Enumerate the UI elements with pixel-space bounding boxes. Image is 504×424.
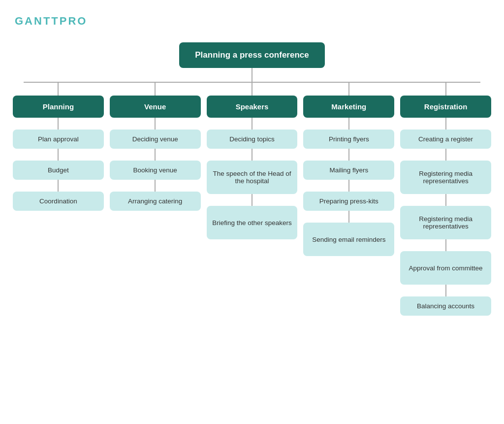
l2-approval-committee: Approval from committee: [400, 251, 491, 285]
v-conn-v1: [155, 118, 156, 130]
v-conn-r1: [445, 118, 446, 130]
l2-coordination: Coordination: [13, 192, 104, 211]
v-conn-m4: [348, 211, 349, 223]
col-drop-3: [207, 82, 298, 96]
v-conn-s3: [252, 194, 252, 206]
col-drop-4: [303, 82, 394, 96]
root-vertical-connector: [252, 68, 252, 82]
l1-header-speakers: Speakers: [207, 96, 298, 118]
col-drop-5: [400, 82, 491, 96]
v-conn-m2: [348, 149, 349, 161]
l2-arranging-catering: Arranging catering: [110, 192, 201, 211]
v-conn-m1: [348, 118, 349, 130]
col-drop-2: [110, 82, 201, 96]
l2-mailing-flyers: Mailing flyers: [303, 161, 394, 180]
l1-header-marketing: Marketing: [303, 96, 394, 118]
l2-speech-head: The speech of the Head of the hospital: [207, 161, 298, 194]
root-node: Planning a press conference: [179, 42, 324, 68]
columns-row: Planning Plan approval Budget Coordinati…: [10, 96, 494, 316]
l2-budget: Budget: [13, 161, 104, 180]
v-conn-r4: [445, 239, 446, 251]
column-venue: Venue Deciding venue Booking venue Arran…: [110, 96, 201, 211]
chart-container: Planning a press conference Planning Pla…: [10, 42, 494, 316]
v-conn-v3: [155, 180, 156, 192]
column-planning: Planning Plan approval Budget Coordinati…: [13, 96, 104, 211]
col-drop-1: [13, 82, 104, 96]
l2-briefing-speakers: Briefing the other speakers: [207, 206, 298, 239]
v-conn-m3: [348, 180, 349, 192]
column-registration: Registration Creating a register Registe…: [400, 96, 491, 316]
l2-deciding-topics: Deciding topics: [207, 130, 298, 149]
l2-sending-email: Sending email reminders: [303, 223, 394, 256]
v-conn-p3: [58, 180, 59, 192]
l2-creating-register: Creating a register: [400, 130, 491, 149]
v-conn-s1: [252, 118, 252, 130]
l1-header-registration: Registration: [400, 96, 491, 118]
v-conn-r5: [445, 285, 446, 296]
l2-registering-media-2: Registering media representatives: [400, 206, 491, 239]
v-conn-v2: [155, 149, 156, 161]
l2-deciding-venue: Deciding venue: [110, 130, 201, 149]
l2-printing-flyers: Printing flyers: [303, 130, 394, 149]
l2-booking-venue: Booking venue: [110, 161, 201, 180]
l1-header-venue: Venue: [110, 96, 201, 118]
v-conn-p2: [58, 149, 59, 161]
v-conn-r3: [445, 194, 446, 206]
column-speakers: Speakers Deciding topics The speech of t…: [207, 96, 298, 239]
v-conn-r2: [445, 149, 446, 161]
logo: GANTTPRO: [15, 15, 494, 28]
l2-registering-media-1: Registering media representatives: [400, 161, 491, 194]
l2-preparing-presskits: Preparing press-kits: [303, 192, 394, 211]
l2-balancing-accounts: Balancing accounts: [400, 296, 491, 316]
v-conn-s2: [252, 149, 252, 161]
l1-header-planning: Planning: [13, 96, 104, 118]
h-branch-line: [24, 82, 480, 83]
column-marketing: Marketing Printing flyers Mailing flyers…: [303, 96, 394, 256]
l2-plan-approval: Plan approval: [13, 130, 104, 149]
v-conn-p1: [58, 118, 59, 130]
